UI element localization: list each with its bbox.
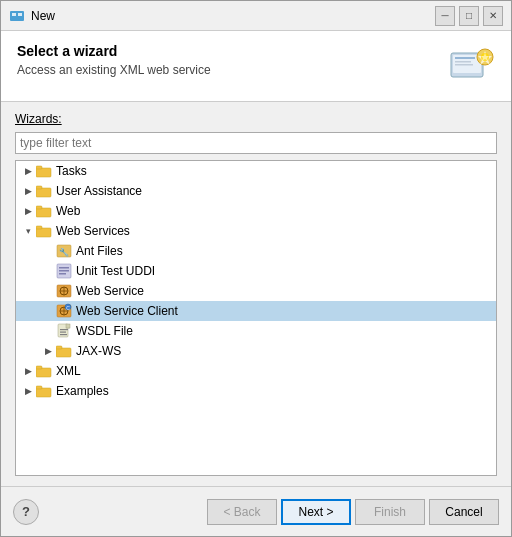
svg-rect-1 xyxy=(12,13,16,16)
tree-icon-unit-test-uddi xyxy=(56,263,72,279)
svg-rect-45 xyxy=(36,388,51,397)
header-text: Select a wizard Access an existing XML w… xyxy=(17,43,437,77)
tree-container[interactable]: ▶ Tasks▶ User Assistance▶ Web▾ Web Servi… xyxy=(15,160,497,476)
svg-rect-6 xyxy=(455,61,471,63)
tree-arrow-web-service xyxy=(40,283,56,299)
window-icon xyxy=(9,8,25,24)
svg-rect-38 xyxy=(60,329,68,330)
tree-label-ant-files: Ant Files xyxy=(76,244,123,258)
next-button[interactable]: Next > xyxy=(281,499,351,525)
cancel-button[interactable]: Cancel xyxy=(429,499,499,525)
tree-icon-jax-ws xyxy=(56,343,72,359)
tree-label-unit-test-uddi: Unit Test UDDI xyxy=(76,264,155,278)
tree-arrow-wsdl-file xyxy=(40,323,56,339)
content: Wizards: ▶ Tasks▶ User Assistance▶ Web▾ … xyxy=(1,102,511,486)
wizards-label: Wizards: xyxy=(15,112,497,126)
tree-icon-ant-files: 🔧 xyxy=(56,243,72,259)
tree-arrow-web: ▶ xyxy=(20,203,36,219)
tree-icon-tasks xyxy=(36,163,52,179)
close-button[interactable]: ✕ xyxy=(483,6,503,26)
filter-input[interactable] xyxy=(15,132,497,154)
tree-arrow-web-service-client xyxy=(40,303,56,319)
svg-rect-25 xyxy=(59,273,66,275)
tree-label-examples: Examples xyxy=(56,384,109,398)
header-subtitle: Access an existing XML web service xyxy=(17,63,437,77)
tree-label-tasks: Tasks xyxy=(56,164,87,178)
back-button[interactable]: < Back xyxy=(207,499,277,525)
tree-item-wsdl-file[interactable]: WSDL File xyxy=(16,321,496,341)
tree-label-xml: XML xyxy=(56,364,81,378)
tree-label-wsdl-file: WSDL File xyxy=(76,324,133,338)
tree-icon-web-service-client: C xyxy=(56,303,72,319)
tree-icon-xml xyxy=(36,363,52,379)
tree-item-web-service-client[interactable]: C Web Service Client xyxy=(16,301,496,321)
tree-item-xml[interactable]: ▶ XML xyxy=(16,361,496,381)
tree-icon-web-service xyxy=(56,283,72,299)
tree-icon-examples xyxy=(36,383,52,399)
restore-button[interactable]: □ xyxy=(459,6,479,26)
svg-rect-15 xyxy=(36,186,42,189)
tree-arrow-ant-files xyxy=(40,243,56,259)
window: New ─ □ ✕ Select a wizard Access an exis… xyxy=(0,0,512,537)
tree-item-unit-test-uddi[interactable]: Unit Test UDDI xyxy=(16,261,496,281)
tree-label-web-service: Web Service xyxy=(76,284,144,298)
svg-rect-18 xyxy=(36,228,51,237)
tree-icon-web-services xyxy=(36,223,52,239)
tree-label-web-services: Web Services xyxy=(56,224,130,238)
svg-rect-24 xyxy=(59,270,69,272)
help-button[interactable]: ? xyxy=(13,499,39,525)
svg-rect-41 xyxy=(56,348,71,357)
tree-icon-user-assistance xyxy=(36,183,52,199)
svg-rect-37 xyxy=(66,324,70,328)
tree-item-jax-ws[interactable]: ▶ JAX-WS xyxy=(16,341,496,361)
tree-arrow-user-assistance: ▶ xyxy=(20,183,36,199)
svg-rect-13 xyxy=(36,166,42,169)
tree-arrow-xml: ▶ xyxy=(20,363,36,379)
svg-rect-5 xyxy=(455,57,475,59)
footer: ? < Back Next > Finish Cancel xyxy=(1,486,511,536)
window-title: New xyxy=(31,9,435,23)
svg-rect-44 xyxy=(36,366,42,369)
titlebar: New ─ □ ✕ xyxy=(1,1,511,31)
tree-item-ant-files[interactable]: 🔧 Ant Files xyxy=(16,241,496,261)
titlebar-controls: ─ □ ✕ xyxy=(435,6,503,26)
svg-rect-19 xyxy=(36,226,42,229)
tree-icon-wsdl-file xyxy=(56,323,72,339)
svg-rect-40 xyxy=(60,334,67,335)
svg-text:🔧: 🔧 xyxy=(59,247,69,257)
svg-rect-39 xyxy=(60,332,66,333)
svg-rect-43 xyxy=(36,368,51,377)
svg-rect-7 xyxy=(455,64,473,66)
tree-item-web-service[interactable]: Web Service xyxy=(16,281,496,301)
svg-rect-14 xyxy=(36,188,51,197)
tree-icon-web xyxy=(36,203,52,219)
svg-rect-42 xyxy=(56,346,62,349)
svg-rect-12 xyxy=(36,168,51,177)
svg-rect-2 xyxy=(18,13,22,16)
tree-item-user-assistance[interactable]: ▶ User Assistance xyxy=(16,181,496,201)
tree-arrow-jax-ws: ▶ xyxy=(40,343,56,359)
header-title: Select a wizard xyxy=(17,43,437,59)
minimize-button[interactable]: ─ xyxy=(435,6,455,26)
finish-button[interactable]: Finish xyxy=(355,499,425,525)
header: Select a wizard Access an existing XML w… xyxy=(1,31,511,102)
tree-item-tasks[interactable]: ▶ Tasks xyxy=(16,161,496,181)
tree-item-web[interactable]: ▶ Web xyxy=(16,201,496,221)
tree-item-examples[interactable]: ▶ Examples xyxy=(16,381,496,401)
tree-label-jax-ws: JAX-WS xyxy=(76,344,121,358)
tree-label-user-assistance: User Assistance xyxy=(56,184,142,198)
wizard-icon xyxy=(447,43,495,91)
tree-arrow-web-services: ▾ xyxy=(20,223,36,239)
svg-text:C: C xyxy=(66,305,70,311)
svg-rect-17 xyxy=(36,206,42,209)
svg-rect-46 xyxy=(36,386,42,389)
svg-rect-16 xyxy=(36,208,51,217)
tree-label-web: Web xyxy=(56,204,80,218)
tree-arrow-tasks: ▶ xyxy=(20,163,36,179)
tree-item-web-services[interactable]: ▾ Web Services xyxy=(16,221,496,241)
tree-label-web-service-client: Web Service Client xyxy=(76,304,178,318)
tree-arrow-examples: ▶ xyxy=(20,383,36,399)
svg-rect-23 xyxy=(59,267,69,269)
tree-arrow-unit-test-uddi xyxy=(40,263,56,279)
